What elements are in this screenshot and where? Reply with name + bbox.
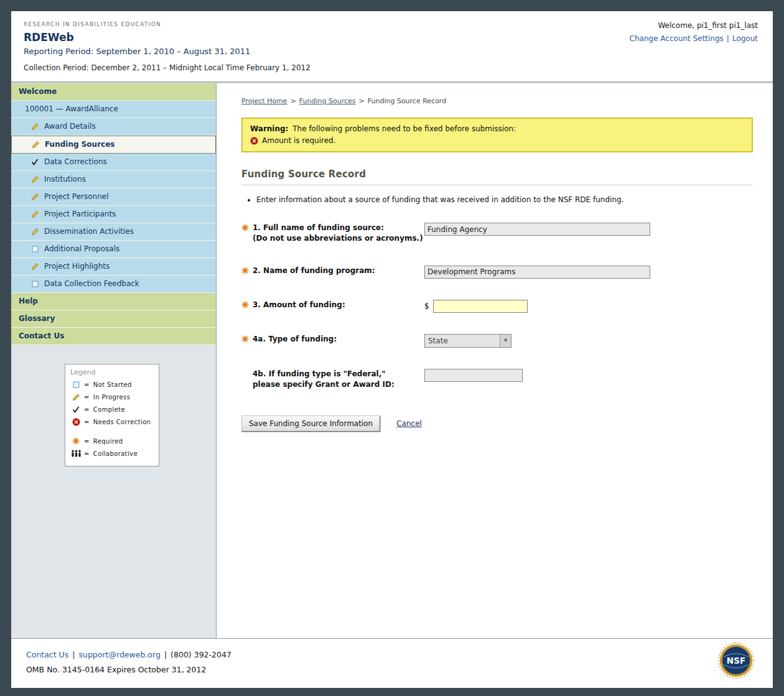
breadcrumb-separator: > xyxy=(359,97,365,105)
page-title: Funding Source Record xyxy=(241,169,753,185)
sidebar-item-label: Project Personnel xyxy=(44,192,109,202)
not-started-square-icon xyxy=(70,381,82,388)
legend-label: Collaborative xyxy=(93,450,138,457)
funding-program-label-group: 2. Name of funding program: xyxy=(241,266,424,279)
footer-omb-text: OMB No. 3145-0164 Expires October 31, 20… xyxy=(26,665,758,674)
breadcrumb-current: Funding Source Record xyxy=(368,97,446,105)
funding-program-label: 2. Name of funding program: xyxy=(253,266,375,279)
sidebar-item-label: Award Details xyxy=(44,122,96,131)
sidebar-item-dissemination-activities[interactable]: Dissemination Activities xyxy=(11,223,216,241)
sidebar-item-label: Glossary xyxy=(19,314,55,323)
form-row-funding-source: 1. Full name of funding source: (Do not … xyxy=(241,223,753,244)
sidebar-item-label: 100001 — AwardAlliance xyxy=(25,104,118,114)
sidebar-item-project-personnel[interactable]: Project Personnel xyxy=(11,188,216,206)
pencil-icon xyxy=(30,262,40,271)
form-row-funding-type: 4a. Type of funding: State ▼ xyxy=(241,334,753,348)
legend-label: Needs Correction xyxy=(93,419,151,425)
sidebar-item-institutions[interactable]: Institutions xyxy=(11,171,216,188)
sidebar-item-label: Help xyxy=(19,297,38,306)
amount-input[interactable] xyxy=(433,300,528,313)
legend-label: Not Started xyxy=(93,381,132,388)
sidebar-item-help[interactable]: Help xyxy=(11,293,216,310)
breadcrumb-link-project-home[interactable]: Project Home xyxy=(241,97,287,105)
check-icon xyxy=(30,159,40,165)
form-row-funding-program: 2. Name of funding program: xyxy=(241,266,753,279)
sidebar-item-label: Funding Sources xyxy=(45,140,114,149)
funding-type-label: 4a. Type of funding: xyxy=(253,334,337,348)
sidebar-item-funding-sources[interactable]: Funding Sources xyxy=(11,136,216,154)
sidebar-item-data-collection-feedback[interactable]: Data Collection Feedback xyxy=(11,276,216,293)
sidebar-item-data-corrections[interactable]: Data Corrections xyxy=(11,154,216,171)
error-icon xyxy=(250,137,258,145)
sidebar-item-label: Welcome xyxy=(19,87,57,96)
error-icon xyxy=(70,418,82,426)
required-asterisk-icon xyxy=(241,266,250,279)
footer-phone: (800) 392-2047 xyxy=(170,650,231,659)
footer-contact-us-link[interactable]: Contact Us xyxy=(26,650,68,659)
change-account-settings-link[interactable]: Change Account Settings xyxy=(630,34,724,43)
not-started-square-icon xyxy=(30,246,40,253)
sidebar-item-welcome[interactable]: Welcome xyxy=(11,83,216,101)
legend-equals: = xyxy=(84,438,90,445)
legend-row: = Not Started xyxy=(70,381,154,388)
sidebar-item-label: Data Collection Feedback xyxy=(44,279,139,289)
pencil-icon xyxy=(30,175,40,183)
instruction-list: Enter information about a source of fund… xyxy=(256,195,753,204)
funding-source-input[interactable] xyxy=(424,223,650,236)
warning-box: Warning: The following problems need to … xyxy=(241,118,753,152)
not-started-square-icon xyxy=(30,281,40,287)
funding-type-label-group: 4a. Type of funding: xyxy=(241,334,424,348)
pencil-icon xyxy=(30,123,40,131)
sidebar-item-project-participants[interactable]: Project Participants xyxy=(11,206,216,223)
legend-row: = Complete xyxy=(70,406,154,413)
funding-source-label-group: 1. Full name of funding source: (Do not … xyxy=(241,223,424,244)
sidebar-item-award-details[interactable]: Award Details xyxy=(11,118,216,136)
legend-equals: = xyxy=(84,450,90,457)
legend-row: = Needs Correction xyxy=(70,418,154,426)
link-separator: | xyxy=(727,34,729,43)
funding-source-form: 1. Full name of funding source: (Do not … xyxy=(241,223,753,432)
cancel-link[interactable]: Cancel xyxy=(396,419,422,428)
grant-id-label-line1: 4b. If funding type is "Federal," xyxy=(253,369,394,379)
save-funding-source-button[interactable]: Save Funding Source Information xyxy=(241,415,380,432)
funding-source-sublabel: (Do not use abbreviations or acronyms.) xyxy=(253,233,423,244)
funding-type-select[interactable]: State ▼ xyxy=(424,334,511,348)
legend-label: Required xyxy=(93,438,123,445)
people-icon xyxy=(70,450,82,457)
footer-email-link[interactable]: support@rdeweb.org xyxy=(79,650,161,659)
legend-equals: = xyxy=(84,394,90,401)
amount-label-group: 3. Amount of funding: xyxy=(241,300,424,313)
sidebar-item-label: Project Participants xyxy=(44,210,116,219)
grant-id-label-line2: please specify Grant or Award ID: xyxy=(253,379,394,390)
grant-id-input[interactable] xyxy=(424,369,523,382)
legend-equals: = xyxy=(84,419,90,425)
funding-program-input[interactable] xyxy=(424,266,650,279)
footer-contact-line: Contact Us|support@rdeweb.org|(800) 392-… xyxy=(26,650,758,659)
sidebar-item-glossary[interactable]: Glossary xyxy=(11,310,216,328)
form-actions: Save Funding Source Information Cancel xyxy=(241,415,753,432)
warning-message: Warning: The following problems need to … xyxy=(250,124,744,133)
legend-row: = In Progress xyxy=(70,393,154,401)
sidebar-item-label: Contact Us xyxy=(19,332,64,341)
warning-text: The following problems need to be fixed … xyxy=(292,124,516,133)
logout-link[interactable]: Logout xyxy=(732,34,758,43)
footer-separator: | xyxy=(164,650,167,659)
warning-title: Warning: xyxy=(250,124,288,133)
sidebar-item-label: Additional Proposals xyxy=(44,244,119,254)
required-asterisk-icon xyxy=(70,437,82,445)
sidebar-fill: Legend = Not Started = In Progress = xyxy=(11,345,216,638)
collection-period: Collection Period: December 2, 2011 – Mi… xyxy=(24,63,760,72)
pencil-icon xyxy=(30,141,40,149)
legend-equals: = xyxy=(84,381,90,388)
sidebar-item-project-highlights[interactable]: Project Highlights xyxy=(11,258,216,276)
required-asterisk-icon xyxy=(241,223,250,244)
form-row-grant-id: 4b. If funding type is "Federal," please… xyxy=(241,369,753,391)
pencil-icon xyxy=(30,228,40,236)
sidebar-item-contact-us[interactable]: Contact Us xyxy=(11,328,216,345)
sidebar-item-award-100001[interactable]: 100001 — AwardAlliance xyxy=(11,101,216,118)
currency-symbol: $ xyxy=(424,300,429,310)
body: Welcome 100001 — AwardAlliance Award Det… xyxy=(11,83,773,638)
sidebar-item-additional-proposals[interactable]: Additional Proposals xyxy=(11,241,216,258)
breadcrumb-link-funding-sources[interactable]: Funding Sources xyxy=(299,97,356,105)
sidebar-item-label: Dissemination Activities xyxy=(44,227,134,236)
